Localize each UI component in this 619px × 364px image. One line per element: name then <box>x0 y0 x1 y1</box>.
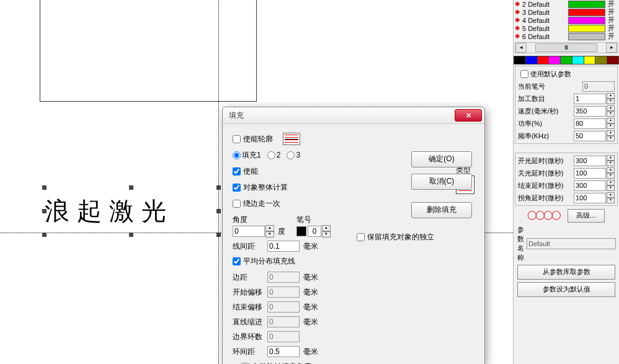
delete-fill-button[interactable]: 删除填充 <box>411 202 472 218</box>
palette-color[interactable] <box>607 56 619 64</box>
handle-top-right[interactable] <box>216 185 221 190</box>
handle-bot-right[interactable] <box>216 233 221 237</box>
handle-top-left[interactable] <box>42 185 47 190</box>
palette-color[interactable] <box>549 56 561 64</box>
angle-down[interactable]: ▾ <box>265 231 274 237</box>
palette-color[interactable] <box>584 56 596 64</box>
cancel-button[interactable]: 取消(C) <box>411 174 472 190</box>
enable-checkbox[interactable] <box>233 167 241 175</box>
pen-number[interactable]: 0 <box>308 226 321 237</box>
layer-color-swatch[interactable] <box>568 9 605 16</box>
layer-row[interactable]: ✱3 Default开 <box>514 8 619 16</box>
layer-star-icon: ✱ <box>515 9 522 16</box>
handle-top-mid[interactable] <box>129 185 133 190</box>
fill2-radio[interactable] <box>267 151 275 159</box>
end-offset-input <box>267 301 300 313</box>
dialog-titlebar[interactable]: 填充 ✕ <box>223 107 484 124</box>
off-delay-input[interactable] <box>574 168 606 179</box>
layer-row[interactable]: ✱4 Default开 <box>514 16 619 24</box>
palette-color[interactable] <box>572 56 584 64</box>
angle-input[interactable] <box>233 226 265 237</box>
corner-delay-input[interactable] <box>574 193 606 203</box>
set-as-default-button[interactable]: 参数设为默认值 <box>517 282 615 297</box>
layer-row[interactable]: ✱5 Default开 <box>514 24 619 32</box>
handle-bot-mid[interactable] <box>129 233 133 237</box>
palette-color[interactable] <box>514 56 526 64</box>
dialog-title: 填充 <box>229 110 455 121</box>
layer-star-icon: ✱ <box>515 33 522 40</box>
line-indent-input <box>267 316 300 327</box>
layer-star-icon: ✱ <box>515 1 522 7</box>
handle-bot-left[interactable] <box>42 233 47 237</box>
palette-color[interactable] <box>526 56 538 64</box>
palette-color[interactable] <box>595 56 607 64</box>
speed-input[interactable] <box>574 106 606 117</box>
guide-vertical <box>218 0 219 364</box>
proc-count-input[interactable] <box>574 94 606 104</box>
pen-label: 笔号 <box>296 215 331 225</box>
power-input[interactable] <box>574 118 606 129</box>
palette-color[interactable] <box>561 56 572 64</box>
enable-contour-checkbox[interactable] <box>233 135 241 143</box>
angle-up[interactable]: ▴ <box>265 225 274 231</box>
pen-up[interactable]: ▴ <box>322 225 331 231</box>
end-delay-input[interactable] <box>574 180 606 191</box>
calc-whole-checkbox[interactable] <box>233 184 241 192</box>
layer-color-swatch[interactable] <box>568 25 605 32</box>
angle-label: 角度 <box>233 215 285 225</box>
hatch-dialog: 填充 ✕ 使能轮廓 填充1 2 3 使能 对象整体计算 绕边走一次 类型 <box>222 107 485 364</box>
loop-spacing-input[interactable] <box>267 346 300 357</box>
load-from-library-button[interactable]: 从参数库取参数 <box>517 265 615 280</box>
current-pen-input <box>582 81 615 92</box>
palette-color[interactable] <box>538 56 550 64</box>
enable-contour-label: 使能轮廓 <box>243 134 273 144</box>
scroll-right[interactable]: ▸ <box>606 43 617 53</box>
pen-color-swatch <box>296 226 306 236</box>
margin-input <box>267 272 300 283</box>
handle-mid-left[interactable] <box>42 209 47 213</box>
close-button[interactable]: ✕ <box>455 109 482 122</box>
scroll-thumb[interactable]: Ⅲ <box>535 43 597 52</box>
keep-independent-checkbox[interactable] <box>357 233 365 241</box>
use-default-checkbox[interactable] <box>520 70 528 78</box>
layer-star-icon: ✱ <box>515 17 522 24</box>
advanced-button[interactable]: 高级… <box>568 209 605 223</box>
on-delay-input[interactable] <box>574 156 606 166</box>
pen-down[interactable]: ▾ <box>322 231 331 237</box>
color-palette[interactable] <box>514 56 619 64</box>
artboard-rect <box>40 0 257 102</box>
param-name-input <box>527 238 616 249</box>
layer-row[interactable]: ✱6 Default开 <box>514 32 619 40</box>
freq-input[interactable] <box>574 131 606 141</box>
layer-scrollbar[interactable]: ◂ Ⅲ ▸ <box>515 42 618 53</box>
boundary-loops-input <box>267 331 300 342</box>
handle-mid-right[interactable] <box>216 209 221 213</box>
fill1-radio[interactable] <box>233 151 241 159</box>
around-once-checkbox[interactable] <box>233 200 241 208</box>
rings-icon: ◯◯◯◯ <box>527 210 559 220</box>
start-offset-input <box>267 286 300 298</box>
selection-box[interactable] <box>45 188 218 234</box>
fill3-radio[interactable] <box>287 151 295 159</box>
layer-list[interactable]: ✱2 Default开✱3 Default开✱4 Default开✱5 Defa… <box>514 0 619 41</box>
layer-color-swatch[interactable] <box>568 1 605 8</box>
line-spacing-input[interactable] <box>267 241 300 252</box>
layer-star-icon: ✱ <box>515 25 522 32</box>
layer-color-swatch[interactable] <box>568 17 605 24</box>
ok-button[interactable]: 确定(O) <box>411 151 472 167</box>
avg-distribute-checkbox[interactable] <box>233 257 241 265</box>
layer-color-swatch[interactable] <box>568 33 605 40</box>
contour-hatch-icon[interactable] <box>283 133 300 145</box>
parameter-panel: ✱2 Default开✱3 Default开✱4 Default开✱5 Defa… <box>513 0 619 364</box>
layer-row[interactable]: ✱2 Default开 <box>514 0 619 8</box>
scroll-left[interactable]: ◂ <box>515 43 527 53</box>
